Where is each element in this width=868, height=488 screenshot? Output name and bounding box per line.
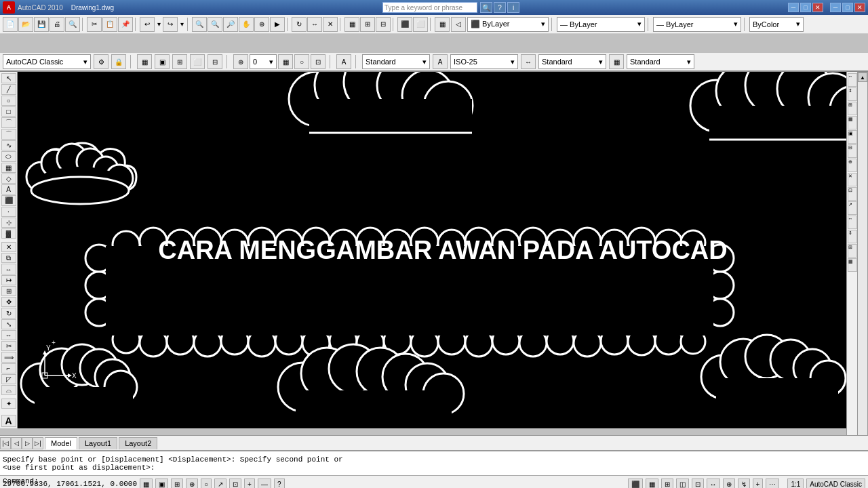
block-btn[interactable]: ⬜ (413, 17, 428, 32)
tool-pick[interactable]: ↖ (1, 73, 16, 83)
tool-arc[interactable]: ⌒ (1, 117, 16, 128)
tool-trim[interactable]: ✂ (1, 341, 16, 351)
tool-rotate[interactable]: ↻ (1, 308, 16, 318)
ducs-btn[interactable]: ⊡ (229, 479, 241, 488)
tab-model[interactable]: Model (45, 437, 77, 449)
polar2-btn[interactable]: ◫ (676, 479, 689, 488)
cross-btn[interactable]: ✕ (323, 17, 338, 32)
point-btn2[interactable]: ▦ (278, 54, 293, 69)
tool-point[interactable]: · (1, 207, 16, 217)
point-input[interactable]: 0 ▾ (250, 54, 277, 69)
app-maximize-btn[interactable]: □ (800, 3, 811, 12)
tool-line[interactable]: ╱ (1, 84, 16, 94)
isolate-btn[interactable]: ↯ (738, 479, 750, 488)
undo-arrow[interactable]: ▾ (155, 17, 162, 32)
otrack-btn[interactable]: ↗ (214, 479, 226, 488)
showmotion-btn[interactable]: ▶ (270, 17, 285, 32)
props-btn[interactable]: ⊞ (360, 17, 375, 32)
rp-btn1[interactable]: ↔ (848, 73, 857, 87)
toolbar-lock-btn[interactable]: 🔒 (111, 54, 126, 69)
tool-extend[interactable]: ⟹ (1, 352, 16, 362)
layer-dropdown[interactable]: ⬛ ByLayer ▾ (467, 17, 549, 32)
rp-btn8[interactable]: ✕ (848, 173, 857, 186)
plot-btn[interactable]: 🖨 (50, 17, 64, 32)
anno-btn[interactable]: ⊡ (692, 479, 704, 488)
tool-region[interactable]: ◇ (1, 174, 16, 184)
grid-btn[interactable]: ▣ (155, 479, 168, 488)
copy-btn[interactable]: 📋 (102, 17, 117, 32)
search-icon-btn[interactable]: 🔍 (480, 2, 492, 13)
tool-scale[interactable]: ⤡ (1, 319, 16, 329)
qp-btn[interactable]: ? (274, 479, 285, 488)
dimstyle-icon[interactable]: ↔ (521, 54, 536, 69)
tool-stretch[interactable]: ↔ (1, 330, 16, 340)
tool-insert[interactable]: ⬛ (1, 195, 16, 205)
info-btn[interactable]: i (507, 2, 519, 13)
layer-state-btn[interactable]: ▦ (435, 17, 450, 32)
match-btn[interactable]: ⊟ (376, 17, 391, 32)
tool-copy-obj[interactable]: ⧉ (1, 253, 16, 263)
app-close-btn[interactable]: ✕ (812, 3, 823, 12)
tool-move[interactable]: ✥ (1, 297, 16, 307)
style-btn4[interactable]: ⬜ (190, 54, 205, 69)
anno2-btn[interactable]: ⊕ (723, 479, 735, 488)
grid-view-btn[interactable]: ▦ (646, 479, 658, 488)
rp-btn12[interactable]: ⇕ (848, 230, 857, 243)
insert-btn[interactable]: ⬛ (397, 17, 412, 32)
point-btn1[interactable]: ⊕ (233, 54, 248, 69)
lwt-btn[interactable]: — (258, 479, 271, 488)
linetype-dropdown[interactable]: — ByLayer ▾ (653, 17, 741, 32)
undo-btn[interactable]: ↩ (140, 17, 155, 32)
rp-btn10[interactable]: ↗ (848, 201, 857, 215)
tool-mirror[interactable]: ↔ (1, 264, 16, 274)
style-btn2[interactable]: ▣ (155, 54, 170, 69)
rp-btn13[interactable]: ⊞ (848, 244, 857, 258)
point-btn3[interactable]: ○ (294, 54, 309, 69)
layer-prev-btn[interactable]: ◁ (451, 17, 466, 32)
tab-nav-prev[interactable]: ◁ (11, 437, 22, 449)
mleaderstyle-dropdown[interactable]: Standard ▾ (627, 54, 694, 69)
tool-break[interactable]: ⌐ (1, 363, 16, 373)
tab-nav-next[interactable]: ▷ (22, 437, 33, 449)
workspace-dropdown[interactable]: AutoCAD Classic ▾ (3, 54, 91, 69)
lineweight-dropdown[interactable]: ByColor ▾ (749, 17, 804, 32)
polar-btn[interactable]: ⊕ (186, 479, 198, 488)
doc-minimize-btn[interactable]: ─ (830, 3, 841, 12)
workspace-settings-btn[interactable]: ⚙ (94, 54, 108, 69)
rp-btn3[interactable]: ⊞ (848, 102, 857, 115)
tablestyle-dropdown[interactable]: Standard ▾ (538, 54, 606, 69)
tool-ellipse[interactable]: ⬭ (1, 151, 16, 161)
redo-btn[interactable]: ↪ (163, 17, 178, 32)
tool-measure[interactable]: ⊹ (1, 218, 16, 228)
annotate-btn[interactable]: A (336, 54, 351, 69)
zoom-realtime-btn[interactable]: 🔍 (192, 17, 207, 32)
open-btn[interactable]: 📂 (18, 17, 33, 32)
rp-btn4[interactable]: ▦ (848, 116, 857, 129)
tool-offset[interactable]: ↦ (1, 275, 16, 285)
dimstyle-dropdown[interactable]: ISO-25 ▾ (450, 54, 518, 69)
tool-hatch[interactable]: ▦ (1, 163, 16, 173)
ortho-btn[interactable]: ⊞ (171, 479, 183, 488)
zoom-prev-btn[interactable]: 🔍 (208, 17, 222, 32)
rp-btn5[interactable]: ▣ (848, 130, 857, 144)
plotpreview-btn[interactable]: 🔍 (65, 17, 80, 32)
vscroll[interactable]: ▲ ▼ (857, 72, 868, 464)
snap-btn[interactable]: ▦ (140, 479, 153, 488)
tool-text2[interactable]: A (1, 415, 16, 427)
tablestyle-icon[interactable]: ▦ (609, 54, 624, 69)
tool-polyline[interactable]: ⌒ (1, 129, 16, 140)
tab-nav-first[interactable]: |◁ (0, 437, 11, 449)
tool-explode[interactable]: ✦ (1, 399, 16, 409)
textstyle-dropdown[interactable]: Standard ▾ (362, 54, 430, 69)
vscroll-up[interactable]: ▲ (858, 73, 867, 82)
paste-btn[interactable]: 📌 (118, 17, 133, 32)
tab-nav-last[interactable]: ▷| (33, 437, 43, 449)
tool-gradient[interactable]: ▓ (1, 228, 16, 239)
app-minimize-btn[interactable]: ─ (788, 3, 799, 12)
rp-btn6[interactable]: ⊟ (848, 144, 857, 158)
tool-chamfer[interactable]: ◸ (1, 374, 16, 384)
help-btn[interactable]: ? (494, 2, 506, 13)
distance-btn[interactable]: ↔ (307, 17, 322, 32)
style-btn5[interactable]: ⊟ (208, 54, 222, 69)
rp-btn9[interactable]: ⊡ (848, 187, 857, 201)
